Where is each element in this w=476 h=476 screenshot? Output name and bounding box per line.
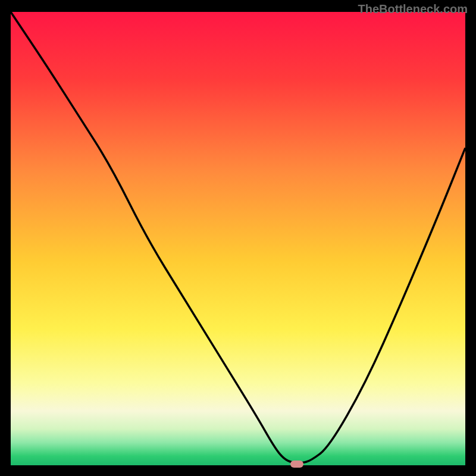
gradient-background: [11, 12, 465, 465]
chart-svg: [11, 12, 465, 465]
bottleneck-chart: [11, 12, 465, 465]
watermark-text: TheBottleneck.com: [358, 2, 468, 16]
optimal-marker: [290, 461, 303, 468]
